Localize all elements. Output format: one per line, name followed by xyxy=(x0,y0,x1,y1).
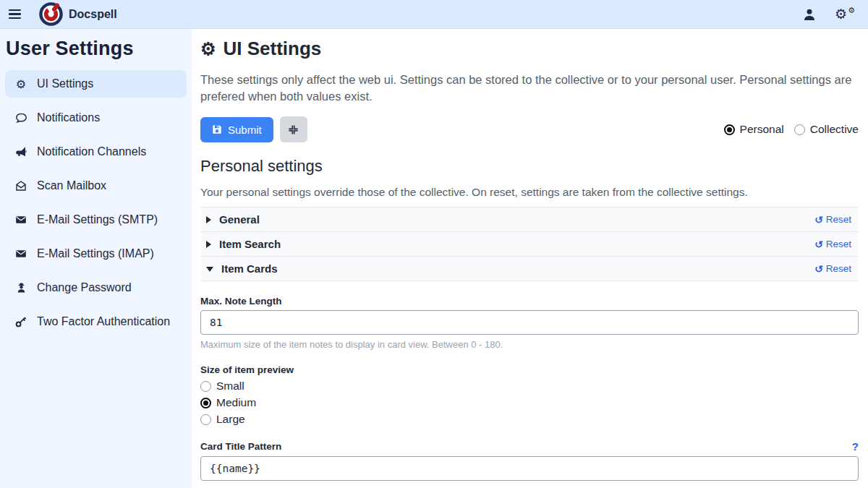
gear-icon: ⚙ xyxy=(14,77,28,90)
sidebar-item-notification-channels[interactable]: Notification Channels xyxy=(5,138,187,166)
sidebar-item-label: Notification Channels xyxy=(37,145,146,158)
settings-cogs-icon[interactable]: ⚙⚙ xyxy=(835,7,854,22)
preview-large-label: Large xyxy=(216,413,245,426)
menu-toggle-icon[interactable] xyxy=(0,0,29,29)
sidebar-item-label: Scan Mailbox xyxy=(37,179,106,192)
undo-icon: ↺ xyxy=(814,264,823,274)
preview-medium-option[interactable]: Medium xyxy=(200,396,859,409)
sidebar-item-label: Change Password xyxy=(37,281,132,294)
scope-collective-label: Collective xyxy=(810,123,859,136)
accordion-general[interactable]: General ↺ Reset xyxy=(200,207,859,231)
reset-label: Reset xyxy=(826,263,851,274)
page-title: ⚙ UI Settings xyxy=(200,38,859,60)
reset-item-cards-link[interactable]: ↺ Reset xyxy=(814,263,851,274)
accordion-title: Item Cards xyxy=(221,262,278,275)
save-icon xyxy=(212,124,222,134)
radio-checked-icon[interactable] xyxy=(200,398,211,408)
max-note-length-help: Maximum size of the item notes to displa… xyxy=(200,339,859,350)
topbar: Docspell ⚙⚙ xyxy=(0,0,868,29)
undo-icon: ↺ xyxy=(814,215,823,225)
intro-text: These settings only affect the web ui. S… xyxy=(200,72,859,105)
accordion-title: Item Search xyxy=(219,238,281,250)
compress-icon xyxy=(288,124,299,135)
accordion-title: General xyxy=(219,213,260,226)
settings-accordion: General ↺ Reset Item Search ↺ Reset Item… xyxy=(200,207,859,281)
section-description: Your personal settings override those of… xyxy=(200,186,859,199)
sidebar-item-ui-settings[interactable]: ⚙ UI Settings xyxy=(5,70,187,98)
reset-item-search-link[interactable]: ↺ Reset xyxy=(814,239,851,249)
radio-unchecked-icon[interactable] xyxy=(794,124,805,135)
toolbar: Submit Personal Collective xyxy=(200,116,859,142)
sidebar-title: User Settings xyxy=(0,29,192,70)
settings-scope-group: Personal Collective xyxy=(724,123,859,136)
envelope-icon xyxy=(14,213,28,226)
sidebar-nav: ⚙ UI Settings Notifications Notification… xyxy=(0,70,192,342)
radio-checked-icon[interactable] xyxy=(724,124,735,135)
caret-right-icon xyxy=(206,241,211,248)
preview-small-label: Small xyxy=(216,380,244,393)
envelope-open-icon xyxy=(14,179,28,192)
sidebar-item-scan-mailbox[interactable]: Scan Mailbox xyxy=(5,172,187,200)
scope-personal-label: Personal xyxy=(740,123,784,136)
reset-label: Reset xyxy=(826,214,851,225)
gear-icon: ⚙ xyxy=(200,39,216,59)
sidebar-item-label: E-Mail Settings (SMTP) xyxy=(37,213,158,226)
section-heading: Personal settings xyxy=(200,157,859,176)
sidebar-item-label: E-Mail Settings (IMAP) xyxy=(37,247,154,260)
sidebar-item-change-password[interactable]: Change Password xyxy=(5,274,187,301)
reset-label: Reset xyxy=(826,239,851,249)
submit-button-label: Submit xyxy=(228,124,262,136)
card-title-pattern-label: Card Title Pattern xyxy=(200,441,281,452)
docspell-logo-icon xyxy=(39,2,63,26)
preview-size-label: Size of item preview xyxy=(200,364,859,375)
key-icon xyxy=(14,315,28,328)
scope-personal-option[interactable]: Personal xyxy=(724,123,784,136)
max-note-length-field: Max. Note Length Maximum size of the ite… xyxy=(200,296,859,350)
preview-size-options: Small Medium Large xyxy=(200,380,859,426)
preview-size-field: Size of item preview Small Medium Large xyxy=(200,364,859,426)
collapse-all-button[interactable] xyxy=(280,116,307,142)
envelope-icon xyxy=(14,247,28,260)
reset-general-link[interactable]: ↺ Reset xyxy=(814,214,851,225)
sidebar: User Settings ⚙ UI Settings Notification… xyxy=(0,29,192,488)
brand[interactable]: Docspell xyxy=(39,2,117,26)
sidebar-item-label: Notifications xyxy=(37,111,100,124)
comment-icon xyxy=(14,111,28,124)
undo-icon: ↺ xyxy=(814,239,823,249)
card-title-pattern-input[interactable] xyxy=(200,456,859,481)
radio-unchecked-icon[interactable] xyxy=(200,414,211,425)
page-title-text: UI Settings xyxy=(224,38,322,60)
max-note-length-label: Max. Note Length xyxy=(200,296,859,307)
card-title-pattern-field: Card Title Pattern ? xyxy=(200,440,859,481)
caret-down-icon xyxy=(206,267,213,272)
sidebar-item-email-imap[interactable]: E-Mail Settings (IMAP) xyxy=(5,240,187,267)
radio-unchecked-icon[interactable] xyxy=(200,381,211,392)
sidebar-item-two-factor[interactable]: Two Factor Authentication xyxy=(5,308,187,335)
scope-collective-option[interactable]: Collective xyxy=(794,123,859,136)
accordion-item-cards[interactable]: Item Cards ↺ Reset xyxy=(200,256,859,281)
sidebar-item-label: UI Settings xyxy=(37,77,93,90)
accordion-item-search[interactable]: Item Search ↺ Reset xyxy=(200,231,859,256)
submit-button[interactable]: Submit xyxy=(200,117,273,142)
brand-name: Docspell xyxy=(69,8,117,21)
main-content: ⚙ UI Settings These settings only affect… xyxy=(192,29,868,488)
preview-medium-label: Medium xyxy=(216,396,256,409)
preview-small-option[interactable]: Small xyxy=(200,380,859,393)
caret-right-icon xyxy=(206,216,211,223)
bullhorn-icon xyxy=(14,145,28,158)
preview-large-option[interactable]: Large xyxy=(200,413,859,426)
max-note-length-input[interactable] xyxy=(200,310,859,335)
help-question-icon[interactable]: ? xyxy=(852,440,859,453)
user-account-icon[interactable] xyxy=(803,8,816,21)
sidebar-item-email-smtp[interactable]: E-Mail Settings (SMTP) xyxy=(5,206,187,234)
user-secret-icon xyxy=(14,281,28,294)
sidebar-item-label: Two Factor Authentication xyxy=(37,315,170,328)
sidebar-item-notifications[interactable]: Notifications xyxy=(5,104,187,132)
